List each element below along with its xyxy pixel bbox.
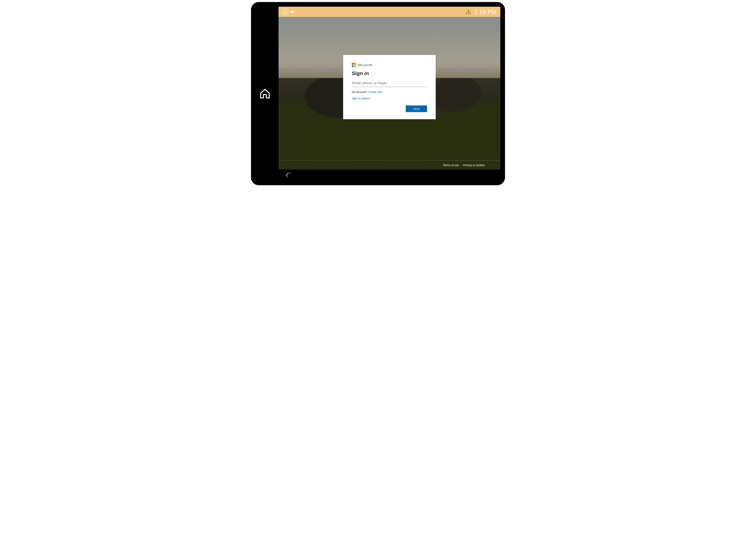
more-menu-icon[interactable]: · · ·: [489, 164, 496, 167]
privacy-link[interactable]: Privacy & cookies: [463, 164, 485, 167]
signin-heading: Sign in: [352, 70, 427, 76]
hp-logo-icon: hp: [282, 9, 288, 15]
keyboard-indicator-icon: [290, 11, 294, 13]
hardware-home-button[interactable]: [259, 88, 270, 99]
terms-link[interactable]: Terms of use: [443, 164, 459, 167]
footer-links: Terms of use Privacy & cookies · · ·: [443, 164, 496, 167]
screen: hp 1:16 PM: [278, 7, 500, 170]
content-area: Microsoft Sign in No account? Create one…: [278, 17, 500, 170]
next-button[interactable]: Next: [406, 105, 427, 112]
android-nav-bar: [278, 170, 500, 181]
clock: 1:16 PM: [474, 8, 497, 15]
login-input[interactable]: [352, 80, 427, 87]
create-account-link[interactable]: Create one!: [368, 90, 382, 94]
microsoft-logo-icon: [352, 63, 356, 67]
tablet-frame: hp 1:16 PM: [251, 2, 505, 185]
no-account-row: No account? Create one!: [352, 90, 427, 94]
brand-label: Microsoft: [358, 63, 372, 67]
signin-card: Microsoft Sign in No account? Create one…: [343, 55, 436, 119]
no-account-label: No account?: [352, 90, 368, 94]
warning-icon[interactable]: [466, 9, 471, 15]
signin-options-link[interactable]: Sign-in options: [352, 97, 370, 100]
back-icon[interactable]: [284, 171, 293, 179]
status-bar: hp 1:16 PM: [278, 7, 500, 17]
svg-rect-1: [468, 13, 469, 14]
svg-rect-0: [468, 11, 469, 13]
